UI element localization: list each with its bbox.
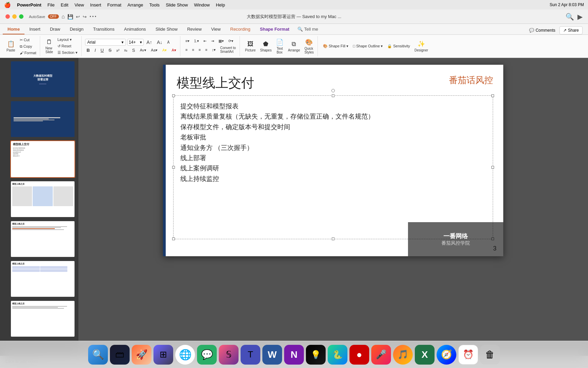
dock-onenote[interactable]: N [284,345,304,365]
tab-draw[interactable]: Draw [45,25,65,34]
dock-audio[interactable]: 🎵 [393,345,413,365]
tab-slideshow[interactable]: Slide Show [151,25,182,34]
text-case-button[interactable]: Aa▾ [149,47,159,53]
dock-trash[interactable]: 🗑 [480,345,500,365]
clear-format-button[interactable]: Ā [165,40,171,45]
dock-reminders[interactable]: ⏰ [458,345,478,365]
font-size-selector[interactable]: 14+ ▾ [127,39,144,46]
handle-middle-right[interactable] [491,166,494,169]
text-shadow-button[interactable]: S [130,47,137,53]
align-left-button[interactable]: ≡ [184,45,189,54]
tab-transitions[interactable]: Transitions [88,25,119,34]
shape-fill-button[interactable]: 🎨 Shape Fill ▾ [321,43,350,49]
maximize-button[interactable] [19,14,23,19]
highlight-color-button[interactable]: A▾ [161,47,168,53]
search-icon[interactable]: 🔍 [566,13,574,21]
comments-button[interactable]: 💬 Comments [529,28,555,33]
dock-item-red[interactable]: ● [349,345,369,365]
undo-icon[interactable]: ↩ [76,14,80,19]
align-right-button[interactable]: ≡ [197,45,202,54]
handle-rotate[interactable] [331,89,335,92]
increase-indent-button[interactable]: ⇥ [209,38,216,44]
tab-animations[interactable]: Animations [119,25,151,34]
minimize-button[interactable] [12,14,17,19]
tab-design[interactable]: Design [65,25,88,34]
italic-button[interactable]: I [93,47,98,53]
dock-pycharm[interactable]: 🐍 [328,345,347,365]
menu-format[interactable]: Format [107,2,121,7]
slide-thumbnail-2[interactable] [10,101,75,138]
dock-item-3[interactable]: 🚀 [132,345,151,365]
sensitivity-button[interactable]: 🔒 Sensitivity [386,43,412,49]
handle-bottom-middle[interactable] [332,237,334,240]
shapes-button[interactable]: ⬟ Shapes [258,37,273,55]
editing-area[interactable]: 模型线上交付 番茄话风控 提交特征和模型报表 离线结果质 [78,58,588,356]
tab-insert[interactable]: Insert [24,25,45,34]
decrease-font-button[interactable]: A↓ [155,39,164,46]
font-color-button[interactable]: A▾ [170,47,178,53]
paste-button[interactable]: 📋 Paste [5,37,17,55]
picture-button[interactable]: 🖼 Picture [243,37,257,55]
tab-recording[interactable]: Recording [226,25,255,34]
layout-button[interactable]: Layout ▾ [56,37,79,43]
char-spacing-button[interactable]: Av▾ [138,47,148,53]
dock-datagrip[interactable]: 🗃 [110,345,130,365]
bold-button[interactable]: B [85,47,92,53]
justify-button[interactable]: ≡ [203,45,209,54]
slide-thumbnail-7[interactable]: 模型上线之后 [10,300,75,337]
cut-button[interactable]: ✂ Cut [18,37,38,43]
redo-icon[interactable]: ↪ [83,14,87,19]
slide-thumbnail-1[interactable]: 大数据实时模型部署运营 ━━━━━━━ [10,61,75,98]
reset-button[interactable]: ↺ Reset [56,43,79,49]
dock-teams[interactable]: T [241,345,260,365]
line-spacing-button[interactable]: ↕▾ [210,45,217,54]
handle-bottom-left[interactable] [172,237,175,240]
section-button[interactable]: ☰ Section ▾ [56,50,79,56]
menu-powerpoint[interactable]: PowerPoint [17,2,42,7]
apple-menu[interactable]: 🍎 [4,2,11,8]
numbering-button[interactable]: 1.▾ [192,38,201,44]
home-icon[interactable]: ⌂ [62,14,65,20]
shape-outline-button[interactable]: □ Shape Outline ▾ [351,43,385,49]
content-text-box[interactable]: 提交特征和模型报表 离线结果质量复核（无缺失，无重复，存储位置正确，文件名规范）… [173,95,493,239]
slide-thumbnail-3[interactable]: 模型线上交付 提交特征和模型报表 离线结果质量复核 保存模型文件 老板审批 通知… [10,140,75,178]
dock-word[interactable]: W [262,345,282,365]
font-family-selector[interactable]: Arial ▾ [85,39,126,46]
subscript-button[interactable]: x₂ [122,47,129,53]
dock-wechat[interactable]: 💬 [197,345,217,365]
menu-edit[interactable]: Edit [61,2,68,7]
align-center-button[interactable]: ≡ [190,45,196,54]
handle-top-middle[interactable] [332,94,334,97]
autosave-toggle[interactable]: OFF [48,14,59,19]
handle-middle-left[interactable] [172,166,175,169]
dock-swift[interactable]: 𝕊 [219,345,239,365]
increase-font-button[interactable]: A↑ [145,39,154,46]
menu-arrange[interactable]: Arrange [128,2,143,7]
tab-shape-format[interactable]: Shape Format [255,25,294,34]
designer-button[interactable]: ✨ Designer [413,37,430,55]
slide-thumbnail-4[interactable]: 模型上线之后 [10,181,75,218]
handle-top-left[interactable] [172,94,175,97]
dock-safari-dev[interactable]: 🧭 [437,345,456,365]
present-icon[interactable]: ▶ [577,13,583,21]
slide-thumbnail-6[interactable]: 模型上线之后 [10,260,75,297]
arrange-button[interactable]: ⧉ Arrange [286,37,302,55]
text-direction-button[interactable]: ⟳▾ [227,38,235,44]
dock-intellij[interactable]: 💡 [306,345,326,365]
slide-thumbnail-5[interactable]: 模型上线之后 [10,220,75,258]
menu-insert[interactable]: Insert [90,2,101,7]
dock-chrome[interactable]: 🌐 [175,345,195,365]
more-icon[interactable]: • • • [89,14,96,19]
format-button[interactable]: 🖌 Format [18,50,38,56]
dock-launchpad[interactable]: ⊞ [153,345,173,365]
save-icon[interactable]: 💾 [67,14,73,19]
handle-top-right[interactable] [491,94,494,97]
quick-styles-button[interactable]: 🎨 QuickStyles [303,37,315,55]
column-button[interactable]: ▦▾ [217,38,226,44]
smartart-button[interactable]: Convert toSmartArt [218,45,238,54]
new-slide-button[interactable]: 🗒 NewSlide [44,37,54,55]
bullets-button[interactable]: ≡▾ [184,38,191,44]
tab-view[interactable]: View [207,25,226,34]
menu-window[interactable]: Window [194,2,210,7]
dock-excel[interactable]: X [415,345,435,365]
